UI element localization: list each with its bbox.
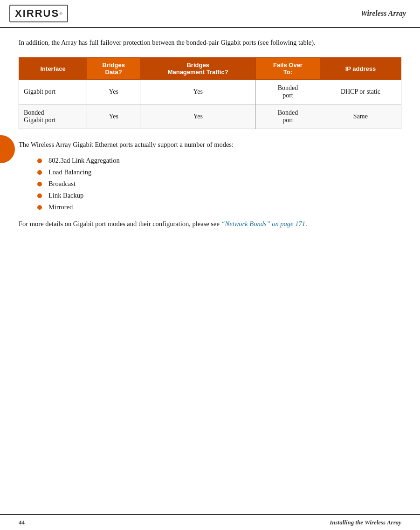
bullet-list: 802.3ad Link Aggregation Load Balancing …	[37, 157, 401, 211]
table-header-row: Interface BridgesData? BridgesManagement…	[19, 58, 401, 80]
col-header-ip-address: IP address	[320, 58, 401, 80]
col-header-interface: Interface	[19, 58, 87, 80]
orange-accent-circle	[0, 135, 15, 163]
bullet-dot-icon	[37, 182, 42, 186]
network-bonds-link[interactable]: “Network Bonds” on page 171	[221, 220, 305, 227]
table-row: BondedGigabit port Yes Yes Bondedport Sa…	[19, 104, 401, 129]
logo-text: XIRRUS	[15, 7, 59, 20]
list-item-label: 802.3ad Link Aggregation	[48, 157, 120, 165]
table-cell-bridges-mgmt-1: Yes	[140, 80, 256, 104]
page-header: XIRRUS® Wireless Array	[0, 0, 420, 28]
col-header-fails-over: Fails OverTo:	[256, 58, 320, 80]
list-item: 802.3ad Link Aggregation	[37, 157, 401, 165]
table-cell-ip-1: DHCP or static	[320, 80, 401, 104]
bullet-dot-icon	[37, 170, 42, 175]
list-item-label: Load Balancing	[48, 168, 91, 176]
col-header-bridges-mgmt: BridgesManagement Traffic?	[140, 58, 256, 80]
header-title: Wireless Array	[361, 9, 406, 18]
list-item-label: Broadcast	[48, 180, 76, 188]
list-item: Link Backup	[37, 192, 401, 200]
after-table-paragraph: The Wireless Array Gigabit Ethernet port…	[19, 139, 401, 150]
table-cell-ip-2: Same	[320, 104, 401, 129]
list-item: Mirrored	[37, 203, 401, 211]
main-content: In addition, the Array has full failover…	[0, 28, 420, 248]
table-cell-bridges-data-1: Yes	[87, 80, 140, 104]
col-header-bridges-data: BridgesData?	[87, 58, 140, 80]
bullet-dot-icon	[37, 193, 42, 198]
bullet-dot-icon	[37, 205, 42, 210]
table-row: Gigabit port Yes Yes Bondedport DHCP or …	[19, 80, 401, 104]
intro-paragraph: In addition, the Array has full failover…	[19, 37, 401, 48]
logo-area: XIRRUS®	[9, 5, 68, 22]
logo-box: XIRRUS®	[9, 5, 68, 22]
page-footer: 44 Installing the Wireless Array	[0, 514, 420, 530]
table-cell-bridges-mgmt-2: Yes	[140, 104, 256, 129]
list-item-label: Link Backup	[48, 192, 83, 200]
interface-table: Interface BridgesData? BridgesManagement…	[19, 57, 401, 129]
logo-registered: ®	[59, 11, 62, 16]
table-cell-fails-over-2: Bondedport	[256, 104, 320, 129]
list-item-label: Mirrored	[48, 203, 73, 211]
footer-right-text: Installing the Wireless Array	[330, 519, 401, 526]
table-cell-bridges-data-2: Yes	[87, 104, 140, 129]
closing-paragraph: For more details on Gigabit port modes a…	[19, 219, 401, 229]
bullet-dot-icon	[37, 158, 42, 163]
table-cell-interface-1: Gigabit port	[19, 80, 87, 104]
closing-text-after-link: .	[305, 220, 307, 227]
closing-text-before-link: For more details on Gigabit port modes a…	[19, 220, 221, 227]
page-number: 44	[19, 519, 25, 526]
table-cell-fails-over-1: Bondedport	[256, 80, 320, 104]
table-cell-interface-2: BondedGigabit port	[19, 104, 87, 129]
list-item: Load Balancing	[37, 168, 401, 176]
list-item: Broadcast	[37, 180, 401, 188]
